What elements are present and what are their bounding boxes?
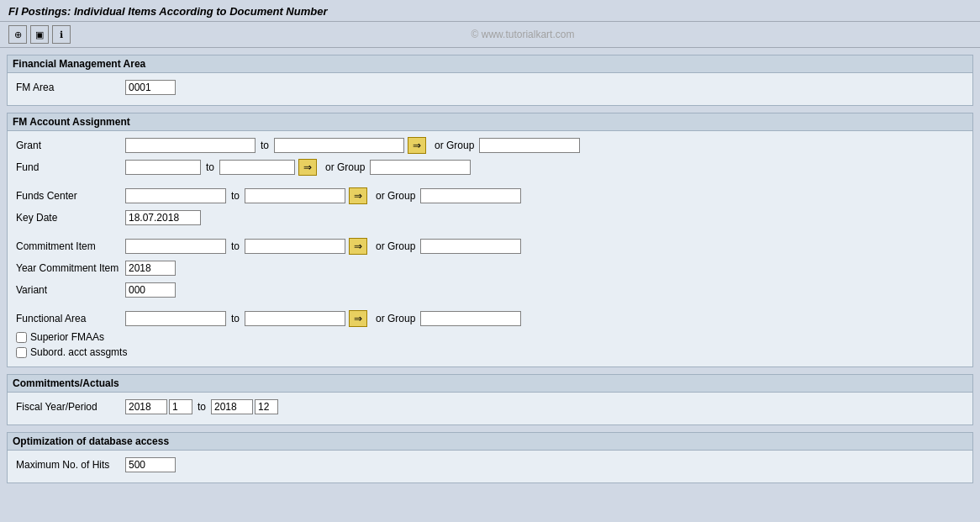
fm-area-label: FM Area xyxy=(16,82,125,93)
superior-fmaas-checkbox[interactable] xyxy=(16,332,27,343)
funds-center-or-group-label: or Group xyxy=(376,190,415,202)
max-hits-row: Maximum No. of Hits xyxy=(16,456,964,474)
toolbar: ⊕ ▣ ℹ © www.tutorialkart.com xyxy=(0,22,980,48)
fund-label: Fund xyxy=(16,161,125,173)
year-commitment-item-input[interactable] xyxy=(125,261,176,276)
commitment-item-row: Commitment Item to ⇒ or Group xyxy=(16,237,964,256)
functional-area-from-input[interactable] xyxy=(125,311,226,326)
variant-label: Variant xyxy=(16,284,125,296)
copyright-text: © www.tutorialkart.com xyxy=(74,29,972,40)
funds-center-arrow-btn[interactable]: ⇒ xyxy=(349,187,367,204)
fm-area-input[interactable] xyxy=(125,80,176,95)
funds-center-to-label: to xyxy=(231,190,240,202)
subord-row: Subord. acct assgmts xyxy=(16,346,964,358)
commitment-item-group-input[interactable] xyxy=(420,239,521,254)
fund-from-input[interactable] xyxy=(125,160,201,175)
toolbar-btn-2[interactable]: ▣ xyxy=(30,25,49,44)
fm-account-assignment-section: FM Account Assignment Grant to ⇒ or Grou… xyxy=(7,113,973,367)
fiscal-year-to-input[interactable] xyxy=(211,399,253,414)
commitments-actuals-body: Fiscal Year/Period to xyxy=(8,393,972,424)
functional-area-group-input[interactable] xyxy=(420,311,521,326)
funds-center-from-input[interactable] xyxy=(125,188,226,203)
superior-fmaas-label: Superior FMAAs xyxy=(30,331,104,343)
optimization-body: Maximum No. of Hits xyxy=(8,451,972,482)
max-hits-input[interactable] xyxy=(125,457,176,472)
functional-area-to-input[interactable] xyxy=(245,311,345,326)
title-bar: FI Postings: Individual Items According … xyxy=(0,0,980,22)
grant-row: Grant to ⇒ or Group xyxy=(16,136,964,155)
functional-area-arrow-btn[interactable]: ⇒ xyxy=(349,310,367,327)
funds-center-to-input[interactable] xyxy=(245,188,345,203)
fiscal-period-from-input[interactable] xyxy=(169,399,192,414)
financial-management-area-section: Financial Management Area FM Area xyxy=(7,55,973,106)
grant-or-group-label: or Group xyxy=(435,140,474,151)
functional-area-row: Functional Area to ⇒ or Group xyxy=(16,309,964,328)
main-content: Financial Management Area FM Area FM Acc… xyxy=(0,48,980,497)
page-title: FI Postings: Individual Items According … xyxy=(8,5,327,18)
commitment-item-or-group-label: or Group xyxy=(376,240,415,252)
functional-area-label: Functional Area xyxy=(16,313,125,324)
grant-to-label: to xyxy=(261,140,269,151)
fiscal-year-period-label: Fiscal Year/Period xyxy=(16,401,125,413)
variant-row: Variant xyxy=(16,281,964,299)
toolbar-btn-3[interactable]: ℹ xyxy=(52,25,71,44)
toolbar-btn-1[interactable]: ⊕ xyxy=(8,25,27,44)
year-commitment-item-label: Year Commitment Item xyxy=(16,262,125,274)
functional-area-to-label: to xyxy=(231,313,240,324)
fm-area-row: FM Area xyxy=(16,78,964,97)
funds-center-label: Funds Center xyxy=(16,190,125,202)
subord-checkbox[interactable] xyxy=(16,347,27,358)
funds-center-row: Funds Center to ⇒ or Group xyxy=(16,187,964,205)
fund-to-label: to xyxy=(206,161,214,173)
subord-label: Subord. acct assgmts xyxy=(30,346,127,358)
fiscal-year-period-row: Fiscal Year/Period to xyxy=(16,398,964,416)
fm-account-assignment-body: Grant to ⇒ or Group Fund to ⇒ or Group xyxy=(8,131,972,366)
commitment-item-label: Commitment Item xyxy=(16,240,125,252)
year-commitment-item-row: Year Commitment Item xyxy=(16,259,964,277)
commitment-item-to-label: to xyxy=(231,240,240,252)
fiscal-year-from-input[interactable] xyxy=(125,399,167,414)
fm-account-assignment-header: FM Account Assignment xyxy=(8,113,972,131)
commitments-actuals-section: Commitments/Actuals Fiscal Year/Period t… xyxy=(7,374,973,425)
funds-center-group-input[interactable] xyxy=(420,188,521,203)
financial-management-area-header: Financial Management Area xyxy=(8,55,972,73)
grant-group-input[interactable] xyxy=(479,138,580,153)
commitment-item-to-input[interactable] xyxy=(245,239,345,254)
commitment-item-from-input[interactable] xyxy=(125,239,226,254)
fund-to-input[interactable] xyxy=(219,160,295,175)
functional-area-or-group-label: or Group xyxy=(376,313,415,324)
key-date-label: Key Date xyxy=(16,212,125,224)
fund-group-input[interactable] xyxy=(370,160,471,175)
grant-from-input[interactable] xyxy=(125,138,256,153)
optimization-header: Optimization of database access xyxy=(8,433,972,451)
key-date-row: Key Date xyxy=(16,208,964,227)
fund-arrow-btn[interactable]: ⇒ xyxy=(298,159,317,176)
fiscal-period-to-input[interactable] xyxy=(255,399,278,414)
fund-row: Fund to ⇒ or Group xyxy=(16,158,964,177)
commitments-actuals-header: Commitments/Actuals xyxy=(8,375,972,393)
key-date-input[interactable] xyxy=(125,210,201,225)
grant-to-input[interactable] xyxy=(274,138,404,153)
superior-fmaas-row: Superior FMAAs xyxy=(16,331,964,343)
commitment-item-arrow-btn[interactable]: ⇒ xyxy=(349,238,367,255)
variant-input[interactable] xyxy=(125,282,176,298)
max-hits-label: Maximum No. of Hits xyxy=(16,459,125,471)
financial-management-area-body: FM Area xyxy=(8,73,972,105)
grant-arrow-btn[interactable]: ⇒ xyxy=(408,137,426,154)
optimization-section: Optimization of database access Maximum … xyxy=(7,432,973,483)
fund-or-group-label: or Group xyxy=(325,161,365,173)
fiscal-to-label: to xyxy=(198,401,206,413)
grant-label: Grant xyxy=(16,140,125,151)
